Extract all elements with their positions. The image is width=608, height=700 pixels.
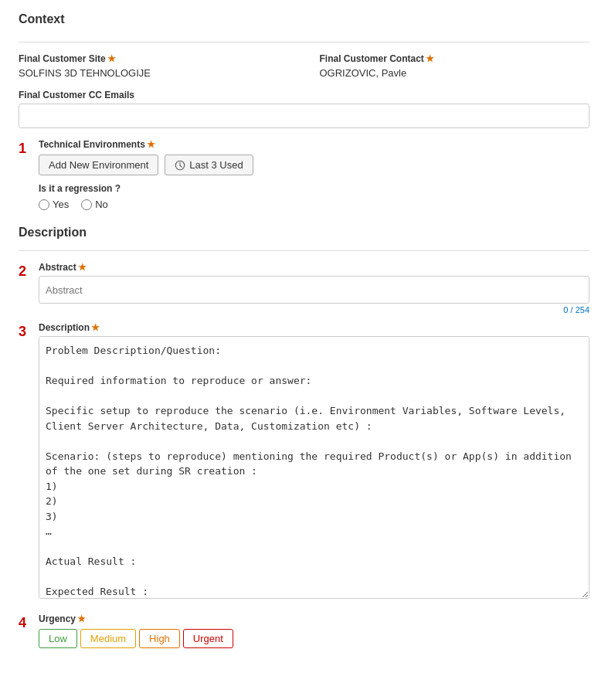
section-number-1: 1: [19, 141, 31, 157]
cc-emails-field: Final Customer CC Emails: [19, 90, 589, 128]
required-star-contact: ★: [426, 53, 434, 64]
urgency-medium-button[interactable]: Medium: [80, 629, 136, 648]
cc-emails-label: Final Customer CC Emails: [19, 90, 589, 100]
section-3-content: Description★ Problem Description/Questio…: [39, 322, 589, 601]
add-new-environment-button[interactable]: Add New Environment: [39, 155, 158, 175]
final-customer-site-value: SOLFINS 3D TEHNOLOGIJE: [19, 67, 289, 79]
section-number-4: 4: [19, 615, 31, 631]
radio-no[interactable]: No: [81, 199, 108, 210]
required-star-env: ★: [147, 139, 155, 150]
context-divider: [19, 42, 589, 42]
description-divider: [19, 250, 589, 251]
urgency-urgent-button[interactable]: Urgent: [183, 629, 233, 648]
abstract-char-count: 0 / 254: [39, 305, 589, 314]
radio-yes[interactable]: Yes: [39, 199, 69, 210]
final-customer-site-label: Final Customer Site★: [19, 53, 289, 64]
svg-line-2: [180, 165, 182, 167]
final-customer-contact-group: Final Customer Contact★ OGRIZOVIC, Pavle: [320, 53, 590, 79]
final-customer-contact-label: Final Customer Contact★: [320, 53, 590, 64]
customer-info-row: Final Customer Site★ SOLFINS 3D TEHNOLOG…: [19, 53, 589, 79]
section-1-content: Technical Environments★ Add New Environm…: [39, 139, 589, 210]
final-customer-contact-value: OGRIZOVIC, Pavle: [320, 67, 590, 79]
regression-label: Is it a regression ?: [39, 183, 589, 194]
radio-no-input[interactable]: [81, 199, 92, 210]
required-star-urgency: ★: [77, 613, 86, 624]
tech-env-label: Technical Environments★: [39, 139, 589, 150]
cc-emails-input[interactable]: [19, 104, 589, 128]
section-number-3: 3: [19, 324, 31, 340]
final-customer-site-group: Final Customer Site★ SOLFINS 3D TEHNOLOG…: [19, 53, 289, 79]
section-4: 4 Urgency★ Low Medium High Urgent: [19, 613, 589, 648]
abstract-label: Abstract★: [39, 262, 589, 273]
clock-icon: [175, 160, 185, 171]
urgency-label: Urgency★: [39, 613, 589, 624]
description-section: Description 2 Abstract★ 0 / 254 3 Descri…: [19, 226, 589, 601]
urgency-high-button[interactable]: High: [139, 629, 180, 648]
abstract-wrapper: 0 / 254: [39, 276, 589, 314]
required-star-abstract: ★: [78, 262, 87, 273]
radio-no-label[interactable]: No: [95, 199, 108, 210]
env-buttons-group: Add New Environment Last 3 Used: [39, 155, 589, 175]
urgency-content: Urgency★ Low Medium High Urgent: [39, 613, 589, 648]
urgency-buttons: Low Medium High Urgent: [39, 629, 589, 648]
description-textarea[interactable]: Problem Description/Question: Required i…: [39, 336, 589, 599]
page-wrapper: Context Final Customer Site★ SOLFINS 3D …: [0, 0, 608, 661]
section-number-2: 2: [19, 263, 31, 280]
section-3: 3 Description★ Problem Description/Quest…: [19, 322, 589, 601]
required-star-site: ★: [107, 53, 116, 64]
radio-yes-input[interactable]: [39, 199, 49, 210]
description-label: Description★: [39, 322, 589, 333]
description-section-title: Description: [19, 226, 589, 240]
last-3-used-button[interactable]: Last 3 Used: [165, 155, 253, 175]
urgency-low-button[interactable]: Low: [39, 629, 77, 648]
section-2-content: Abstract★ 0 / 254: [39, 262, 589, 314]
section-2: 2 Abstract★ 0 / 254: [19, 262, 589, 314]
context-title: Context: [19, 12, 589, 31]
required-star-desc: ★: [91, 322, 100, 333]
section-1: 1 Technical Environments★ Add New Enviro…: [19, 139, 589, 210]
regression-radio-group: Yes No: [39, 199, 589, 210]
abstract-input[interactable]: [39, 276, 589, 304]
radio-yes-label[interactable]: Yes: [53, 199, 69, 210]
